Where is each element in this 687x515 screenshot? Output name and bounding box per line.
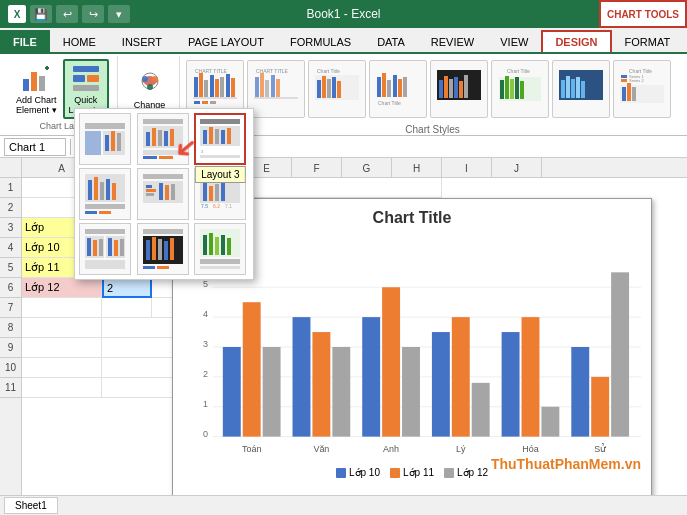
row-header-4[interactable]: 4 xyxy=(0,238,21,258)
svg-rect-179 xyxy=(170,238,174,260)
col-header-spacer xyxy=(0,158,22,177)
svg-rect-17 xyxy=(210,75,214,97)
tab-view[interactable]: VIEW xyxy=(487,30,541,52)
add-chart-element-icon xyxy=(20,63,52,95)
col-header-I[interactable]: I xyxy=(442,158,492,178)
svg-rect-130 xyxy=(203,130,207,144)
col-header-F[interactable]: F xyxy=(292,158,342,178)
svg-rect-35 xyxy=(317,80,321,98)
cell-B6[interactable]: 2 xyxy=(102,278,152,298)
col-header-G[interactable]: G xyxy=(342,158,392,178)
redo-button[interactable]: ↪ xyxy=(82,5,104,23)
svg-text:Anh: Anh xyxy=(383,444,399,454)
layout-item-9[interactable] xyxy=(194,223,246,275)
chart-style-8[interactable]: Chart Title Series 1 Series 2 xyxy=(613,60,671,118)
quick-access-button[interactable]: ▾ xyxy=(108,5,130,23)
title-bar: X 💾 ↩ ↪ ▾ Book1 - Excel CHART TOOLS xyxy=(0,0,687,28)
svg-rect-170 xyxy=(114,240,118,256)
quick-layout-dropdown[interactable]: 3 Layout 3 xyxy=(74,108,254,280)
svg-rect-60 xyxy=(520,81,524,99)
svg-rect-176 xyxy=(152,237,156,260)
svg-rect-126 xyxy=(143,156,157,159)
col-header-J[interactable]: J xyxy=(492,158,542,178)
tab-data[interactable]: DATA xyxy=(364,30,418,52)
svg-rect-38 xyxy=(332,77,336,98)
chart-style-2[interactable]: CHART TITLE xyxy=(247,60,305,118)
legend-label-lop11: Lớp 11 xyxy=(403,467,434,478)
svg-rect-101 xyxy=(522,317,540,436)
cell-rest-1[interactable] xyxy=(242,178,442,198)
svg-rect-24 xyxy=(202,101,208,104)
undo-button[interactable]: ↩ xyxy=(56,5,78,23)
layout-item-4[interactable] xyxy=(79,168,131,220)
svg-rect-103 xyxy=(571,347,589,437)
svg-rect-65 xyxy=(576,77,580,98)
svg-rect-8 xyxy=(73,85,99,91)
row-header-2[interactable]: 2 xyxy=(0,198,21,218)
row-header-11[interactable]: 11 xyxy=(0,378,21,398)
chart-style-6[interactable]: Chart Title xyxy=(491,60,549,118)
svg-rect-104 xyxy=(591,377,609,437)
svg-rect-58 xyxy=(510,79,514,99)
svg-rect-43 xyxy=(393,75,397,97)
name-box[interactable]: Chart 1 xyxy=(4,138,66,156)
svg-rect-151 xyxy=(159,183,163,200)
tab-page-layout[interactable]: PAGE LAYOUT xyxy=(175,30,277,52)
svg-rect-66 xyxy=(581,81,585,98)
tab-file[interactable]: FILE xyxy=(0,30,50,52)
layout-item-5[interactable] xyxy=(137,168,189,220)
svg-text:Chart Title: Chart Title xyxy=(378,100,401,106)
layout-item-7[interactable] xyxy=(79,223,131,275)
row-header-6[interactable]: 6 xyxy=(0,278,21,298)
tab-review[interactable]: REVIEW xyxy=(418,30,487,52)
cell-A9[interactable] xyxy=(22,338,102,358)
legend-label-lop12: Lớp 12 xyxy=(457,467,488,478)
svg-rect-146 xyxy=(143,174,183,179)
chart-style-7[interactable] xyxy=(552,60,610,118)
svg-rect-91 xyxy=(293,317,311,436)
svg-rect-44 xyxy=(398,79,402,97)
svg-rect-51 xyxy=(454,77,458,98)
cell-A7[interactable] xyxy=(22,298,102,318)
tab-formulas[interactable]: FORMULAS xyxy=(277,30,364,52)
cell-A6[interactable]: Lớp 12 xyxy=(22,278,102,298)
row-header-7[interactable]: 7 xyxy=(0,298,21,318)
svg-text:7.1: 7.1 xyxy=(225,203,232,209)
layout-3-tooltip: Layout 3 xyxy=(195,166,245,183)
cell-A11[interactable] xyxy=(22,378,102,398)
cell-B7[interactable] xyxy=(102,298,152,318)
svg-rect-6 xyxy=(73,75,85,82)
layout-item-8[interactable] xyxy=(137,223,189,275)
svg-rect-5 xyxy=(73,66,99,72)
tab-format[interactable]: FORMAT xyxy=(612,30,684,52)
layout-item-3[interactable]: 3 Layout 3 xyxy=(194,113,246,165)
chart-style-4[interactable]: Chart Title xyxy=(369,60,427,118)
cell-A8[interactable] xyxy=(22,318,102,338)
svg-rect-181 xyxy=(157,266,169,269)
svg-rect-89 xyxy=(243,302,261,436)
tab-insert[interactable]: INSERT xyxy=(109,30,175,52)
save-button[interactable]: 💾 xyxy=(30,5,52,23)
row-header-9[interactable]: 9 xyxy=(0,338,21,358)
svg-rect-156 xyxy=(203,183,207,201)
row-header-3[interactable]: 3 xyxy=(0,218,21,238)
svg-rect-96 xyxy=(402,347,420,437)
tab-design[interactable]: DESIGN xyxy=(541,30,611,52)
row-header-8[interactable]: 8 xyxy=(0,318,21,338)
row-header-1[interactable]: 1 xyxy=(0,178,21,198)
svg-rect-157 xyxy=(209,186,213,201)
col-header-H[interactable]: H xyxy=(392,158,442,178)
svg-rect-116 xyxy=(111,131,115,151)
row-header-5[interactable]: 5 xyxy=(0,258,21,278)
row-header-10[interactable]: 10 xyxy=(0,358,21,378)
svg-rect-28 xyxy=(260,73,264,97)
cell-A10[interactable] xyxy=(22,358,102,378)
svg-rect-39 xyxy=(337,81,341,98)
chart-styles-label: Chart Styles xyxy=(182,122,683,135)
layout-item-1[interactable] xyxy=(79,113,131,165)
chart-style-3[interactable]: Chart Title xyxy=(308,60,366,118)
chart-style-5[interactable] xyxy=(430,60,488,118)
tab-home[interactable]: HOME xyxy=(50,30,109,52)
add-chart-element-button[interactable]: Add ChartElement ▾ xyxy=(12,61,61,117)
sheet-tab-1[interactable]: Sheet1 xyxy=(4,497,58,514)
